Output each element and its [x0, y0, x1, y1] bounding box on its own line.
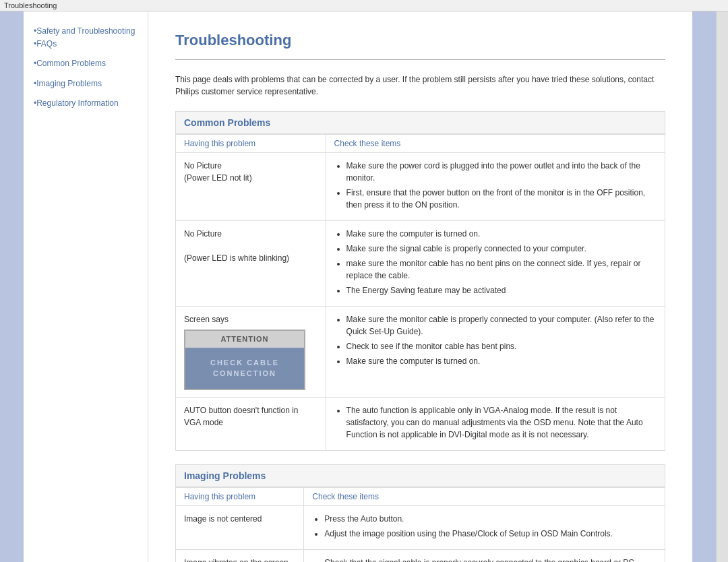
list-item: The Energy Saving feature may be activat…: [346, 284, 657, 296]
sidebar-link-common[interactable]: •Common Problems: [34, 57, 141, 70]
attention-box: ATTENTION CHECK CABLE CONNECTION: [184, 330, 305, 390]
solution-cell: Make sure the monitor cable is properly …: [326, 307, 665, 398]
table-row: No Picture(Power LED is white blinking) …: [176, 221, 665, 307]
list-item: Press the Auto button.: [324, 513, 657, 525]
list-item: make sure the monitor cable has no bent …: [346, 257, 657, 282]
col2-header: Check these items: [326, 135, 665, 153]
sidebar-link-faqs[interactable]: •FAQs: [34, 38, 141, 51]
sidebar-group-2: •Common Problems: [34, 57, 141, 70]
common-problems-table: Having this problem Check these items No…: [175, 134, 665, 451]
imaging-problems-title: Imaging Problems: [184, 470, 266, 481]
table-row: Image vibrates on the screen Check that …: [176, 549, 665, 562]
sidebar-group-4: •Regulatory Information: [34, 97, 141, 110]
table-row: AUTO button doesn't function in VGA mode…: [176, 397, 665, 450]
list-item: First, ensure that the power button on t…: [346, 187, 657, 211]
sidebar-group-3: •Imaging Problems: [34, 77, 141, 90]
scrollbar[interactable]: [716, 11, 728, 562]
solution-cell: Make sure the power cord is plugged into…: [326, 153, 665, 221]
list-item: Check that the signal cable is properly …: [324, 557, 657, 563]
imaging-problems-header: Imaging Problems: [175, 464, 665, 487]
problem-cell: Image is not centered: [176, 505, 304, 549]
content-area: Troubleshooting This page deals with pro…: [148, 11, 692, 562]
col2-header: Check these items: [304, 487, 665, 505]
attention-header: ATTENTION: [185, 331, 304, 348]
list-item: Make sure the signal cable is properly c…: [346, 243, 657, 255]
problem-cell: Image vibrates on the screen: [176, 549, 304, 562]
intro-text: This page deals with problems that can b…: [175, 73, 665, 98]
list-item: Make sure the computer is turned on.: [346, 355, 657, 367]
list-item: Make sure the power cord is plugged into…: [346, 160, 657, 184]
sidebar-group-1: •Safety and Troubleshooting •FAQs: [34, 25, 141, 51]
title-divider: [175, 59, 665, 60]
sidebar-link-imaging[interactable]: •Imaging Problems: [34, 77, 141, 90]
right-panel: [692, 11, 716, 562]
title-bar: Troubleshooting: [0, 0, 728, 11]
screen-says-text: Screen says: [184, 315, 229, 324]
table-row: No Picture(Power LED not lit) Make sure …: [176, 153, 665, 221]
left-panel: [0, 11, 24, 562]
list-item: Check to see if the monitor cable has be…: [346, 340, 657, 352]
sidebar: •Safety and Troubleshooting •FAQs •Commo…: [24, 11, 148, 562]
sidebar-link-safety[interactable]: •Safety and Troubleshooting: [34, 25, 141, 38]
common-problems-title: Common Problems: [184, 117, 270, 128]
problem-cell: No Picture(Power LED not lit): [176, 153, 326, 221]
col1-header: Having this problem: [176, 487, 304, 505]
list-item: Adjust the image position using the Phas…: [324, 528, 657, 540]
sidebar-link-regulatory[interactable]: •Regulatory Information: [34, 97, 141, 110]
attention-body: CHECK CABLE CONNECTION: [185, 348, 304, 389]
solution-cell: Make sure the computer is turned on. Mak…: [326, 221, 665, 307]
page-title: Troubleshooting: [175, 32, 665, 49]
problem-cell: Screen says ATTENTION CHECK CABLE CONNEC…: [176, 307, 326, 398]
common-problems-header: Common Problems: [175, 111, 665, 134]
problem-cell: No Picture(Power LED is white blinking): [176, 221, 326, 307]
table-row: Image is not centered Press the Auto but…: [176, 505, 665, 549]
col1-header: Having this problem: [176, 135, 326, 153]
imaging-problems-table: Having this problem Check these items Im…: [175, 487, 665, 563]
problem-cell: AUTO button doesn't function in VGA mode: [176, 397, 326, 450]
list-item: Make sure the computer is turned on.: [346, 228, 657, 240]
list-item: The auto function is applicable only in …: [346, 404, 657, 441]
solution-cell: The auto function is applicable only in …: [326, 397, 665, 450]
title-bar-text: Troubleshooting: [4, 1, 57, 9]
solution-cell: Check that the signal cable is properly …: [304, 549, 665, 562]
solution-cell: Press the Auto button. Adjust the image …: [304, 505, 665, 549]
list-item: Make sure the monitor cable is properly …: [346, 313, 657, 338]
table-row: Screen says ATTENTION CHECK CABLE CONNEC…: [176, 307, 665, 398]
